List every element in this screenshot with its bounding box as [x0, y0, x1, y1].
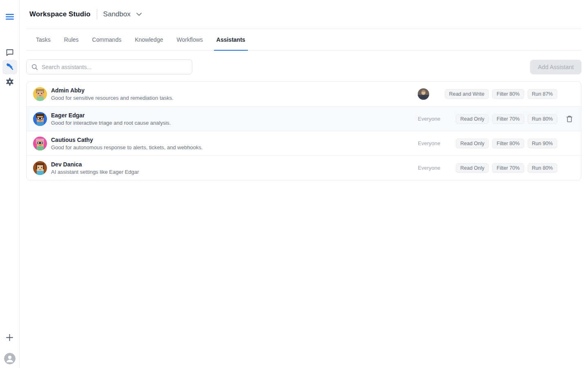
- delete-assistant-button[interactable]: [564, 114, 575, 124]
- assistant-row-admin-abby[interactable]: Admin Abby Good for sensitive resources …: [27, 82, 581, 106]
- assistant-avatar: [33, 87, 47, 101]
- tab-workflows[interactable]: Workflows: [176, 29, 203, 50]
- header-divider: [97, 9, 97, 20]
- trash-icon: [566, 115, 572, 122]
- run-badge: Run 90%: [528, 139, 557, 148]
- assistant-name: Admin Abby: [51, 87, 174, 94]
- tab-assistants[interactable]: Assistants: [216, 29, 245, 50]
- run-badge: Run 80%: [528, 114, 557, 124]
- assistant-row-cautious-cathy[interactable]: Cautious Cathy Good for autonomous respo…: [27, 131, 581, 155]
- search-box[interactable]: [26, 59, 192, 74]
- filter-badge: Filter 80%: [492, 139, 524, 148]
- filter-badge: Filter 80%: [492, 89, 524, 99]
- permission-badge: Read Only: [456, 139, 489, 148]
- permission-badge: Read and Write: [445, 89, 489, 99]
- assistant-scope: [418, 88, 429, 100]
- chevron-down-icon: [136, 13, 142, 16]
- assistant-scope: Everyone: [418, 165, 440, 171]
- plus-icon[interactable]: [2, 330, 17, 345]
- assistant-description: Good for autonomous response to alerts, …: [51, 144, 203, 150]
- filter-badge: Filter 70%: [492, 163, 524, 173]
- search-icon: [31, 64, 38, 70]
- gear-icon[interactable]: [2, 74, 17, 89]
- assistant-description: Good for sensitive resources and remedia…: [51, 95, 174, 101]
- user-photo-avatar: [418, 88, 429, 100]
- app-title: Workspace Studio: [29, 10, 91, 18]
- tab-bar: Tasks Rules Commands Knowledge Workflows…: [26, 29, 581, 51]
- sidebar: [0, 0, 20, 368]
- assistant-description: Good for interactive triage and root cau…: [51, 120, 171, 126]
- main-content: Workspace Studio Sandbox Tasks Rules Com…: [20, 0, 588, 368]
- assistant-avatar: [33, 112, 47, 126]
- assistant-scope: Everyone: [418, 116, 440, 122]
- tab-rules[interactable]: Rules: [64, 29, 79, 50]
- workspace-name: Sandbox: [103, 10, 131, 18]
- add-assistant-button[interactable]: Add Assistant: [530, 60, 581, 74]
- assistant-description: AI assistant settings like Eager Edgar: [51, 169, 139, 175]
- run-badge: Run 80%: [528, 163, 557, 173]
- assistant-scope: Everyone: [418, 140, 440, 146]
- assistant-avatar: [33, 137, 47, 150]
- filter-badge: Filter 70%: [492, 114, 524, 124]
- tab-tasks[interactable]: Tasks: [36, 29, 51, 50]
- page-header: Workspace Studio Sandbox: [26, 0, 581, 29]
- assistant-row-eager-edgar[interactable]: Eager Edgar Good for interactive triage …: [27, 106, 581, 131]
- assistant-list: Admin Abby Good for sensitive resources …: [26, 81, 581, 180]
- chat-icon[interactable]: [2, 45, 17, 60]
- assistant-name: Eager Edgar: [51, 112, 171, 119]
- assistant-name: Cautious Cathy: [51, 137, 203, 143]
- toolbar: Add Assistant: [26, 59, 581, 74]
- sidebar-user-avatar[interactable]: [4, 353, 16, 364]
- hamburger-menu-icon[interactable]: [2, 9, 17, 24]
- tab-knowledge[interactable]: Knowledge: [135, 29, 163, 50]
- permission-badge: Read Only: [456, 114, 489, 124]
- assistant-row-dev-danica[interactable]: Dev Danica AI assistant settings like Ea…: [27, 155, 581, 180]
- permission-badge: Read Only: [456, 163, 489, 173]
- tools-icon-active[interactable]: [2, 60, 17, 74]
- run-badge: Run 87%: [528, 89, 557, 99]
- assistant-avatar: [33, 161, 47, 175]
- workspace-switcher[interactable]: Sandbox: [103, 10, 142, 18]
- assistant-name: Dev Danica: [51, 161, 139, 168]
- search-input[interactable]: [42, 64, 187, 70]
- tab-commands[interactable]: Commands: [92, 29, 122, 50]
